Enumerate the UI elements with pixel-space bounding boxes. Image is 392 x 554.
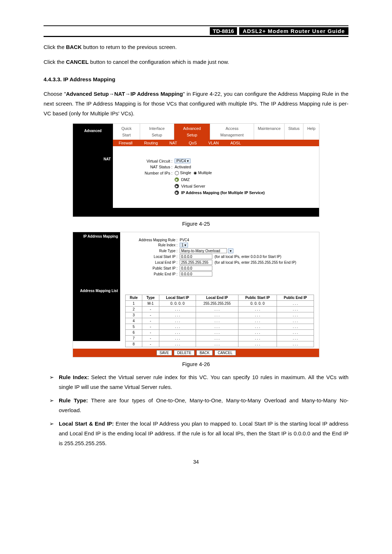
local-start-ip-input[interactable]: 0.0.0.0: [180, 254, 212, 259]
public-start-ip-label: Public Start IP :: [125, 266, 180, 270]
table-cell: -: [142, 336, 159, 341]
vc-select[interactable]: PVC4 ▾: [175, 159, 191, 163]
table-cell: . . .: [159, 318, 196, 324]
table-cell: . . .: [196, 318, 238, 324]
subtab-routing[interactable]: Routing: [138, 140, 164, 146]
table-cell: . . .: [159, 330, 196, 336]
tab-advanced-setup[interactable]: Advanced Setup: [174, 124, 210, 140]
radio-multiple[interactable]: ◉ Multiple: [193, 171, 212, 175]
public-end-ip-input[interactable]: 0.0.0.0: [180, 271, 212, 276]
table-cell: . . .: [238, 312, 277, 318]
table-row: 4-. . .. . .. . .. . .: [126, 318, 314, 324]
subtab-vlan[interactable]: VLAN: [203, 140, 225, 146]
delete-button[interactable]: DELETE: [174, 350, 195, 356]
t: Choose ": [44, 91, 66, 97]
link-ip-address-mapping[interactable]: ▶IP Address Mapping (for Multiple IP Ser…: [175, 190, 312, 195]
tab-help[interactable]: Help: [303, 124, 319, 140]
save-button[interactable]: SAVE: [156, 350, 172, 356]
table-cell: . . .: [277, 341, 314, 347]
num-ips-label: Number of IPs :: [120, 171, 175, 175]
public-start-ip-input[interactable]: 0.0.0.0: [180, 266, 212, 271]
table-row: 2-. . .. . .. . .. . .: [126, 307, 314, 312]
table-cell: -: [142, 324, 159, 330]
t: Click the: [44, 44, 66, 50]
tab-status[interactable]: Status: [284, 124, 303, 140]
table-cell: 5: [126, 324, 142, 330]
local-end-ip-label: Local End IP :: [125, 260, 180, 264]
tab-quick-start[interactable]: Quick Start: [113, 124, 140, 140]
table-cell: 6: [126, 330, 142, 336]
link-virtual-server[interactable]: ▶Virtual Server: [175, 184, 312, 188]
table-cell: . . .: [196, 312, 238, 318]
subtab-adsl[interactable]: ADSL: [225, 140, 247, 146]
tab-access-management[interactable]: Access Management: [210, 124, 254, 140]
table-cell: . . .: [277, 336, 314, 341]
rule-index-select[interactable]: 1 ▾: [180, 243, 188, 247]
arrow-icon: ▶: [175, 184, 179, 188]
tab-maintenance[interactable]: Maintenance: [254, 124, 284, 140]
chevron-down-icon: ▾: [230, 249, 232, 253]
table-cell: 255.255.255.255: [196, 301, 238, 307]
radio-single[interactable]: ◯ Single: [175, 171, 191, 175]
table-cell: . . .: [238, 330, 277, 336]
t: button to cancel the configuration which…: [89, 59, 229, 65]
table-row: 7-. . .. . .. . .. . .: [126, 336, 314, 341]
tab-interface-setup[interactable]: Interface Setup: [140, 124, 174, 140]
cancel-button[interactable]: CANCEL: [215, 350, 236, 356]
nat-status-label: NAT Status :: [120, 165, 175, 169]
table-cell: . . .: [196, 324, 238, 330]
subtab-nat[interactable]: NAT: [164, 140, 183, 146]
side-mapping-list: Address Mapping List: [73, 287, 120, 341]
table-cell: 0. 0. 0. 0: [238, 301, 277, 307]
table-cell: -: [142, 307, 159, 312]
table-cell: . . .: [238, 324, 277, 330]
side-nat-label: NAT: [73, 146, 113, 208]
table-cell: . . .: [238, 318, 277, 324]
button-bar: SAVE DELETE BACK CANCEL: [73, 349, 319, 357]
table-row: 1M-10. 0. 0. 0255.255.255.2550. 0. 0. 0.…: [126, 301, 314, 307]
subtab-firewall[interactable]: Firewall: [113, 140, 138, 146]
table-cell: 8: [126, 341, 142, 347]
table-cell: . . .: [196, 341, 238, 347]
arrow-icon: ▶: [175, 190, 179, 195]
figure-4-25-caption: Figure 4-25: [44, 221, 348, 227]
rule-type-input[interactable]: Many-to-Many Overload: [180, 248, 227, 253]
table-row: 8-. . .. . .. . .. . .: [126, 341, 314, 347]
rule-type-dropdown[interactable]: ▾: [228, 249, 233, 253]
table-cell: . . .: [277, 324, 314, 330]
local-end-ip-input[interactable]: 255.255.255.255: [180, 260, 212, 265]
figure-4-26-caption: Figure 4-26: [44, 361, 348, 367]
table-cell: . . .: [277, 318, 314, 324]
table-cell: 0. 0. 0. 0: [159, 301, 196, 307]
table-cell: . . .: [159, 341, 196, 347]
subtab-qos[interactable]: QoS: [183, 140, 203, 146]
back-word: BACK: [66, 44, 82, 50]
table-cell: . . .: [238, 341, 277, 347]
local-start-ip-label: Local Start IP :: [125, 255, 180, 259]
bullet-local-ip: Local Start & End IP: Enter the local IP…: [59, 419, 348, 448]
table-cell: 4: [126, 318, 142, 324]
nat-status-value: Activated: [175, 165, 191, 169]
table-cell: . . .: [159, 336, 196, 341]
bullet-rule-type: Rule Type: There are four types of One-t…: [59, 395, 348, 415]
col-header: Local End IP: [196, 295, 238, 301]
amr-label: Address Mapping Rule :: [125, 238, 180, 242]
rule-index-label: Rule Index :: [125, 243, 180, 247]
table-cell: M-1: [142, 301, 159, 307]
table-cell: . . .: [159, 312, 196, 318]
para-intro: Choose "Advanced Setup→NAT→IP Address Ma…: [44, 89, 348, 118]
vc-label: Virtual Circuit :: [120, 159, 175, 163]
back-button[interactable]: BACK: [196, 350, 213, 356]
table-cell: . . .: [196, 330, 238, 336]
link-dmz[interactable]: ▶DMZ: [175, 177, 312, 182]
table-cell: -: [142, 341, 159, 347]
section-heading: 4.4.3.3. IP Address Mapping: [44, 76, 348, 82]
table-cell: . . .: [159, 307, 196, 312]
para-cancel: Click the CANCEL button to cancel the co…: [44, 57, 348, 67]
table-cell: . . .: [238, 336, 277, 341]
local-end-hint: (for all local IPs, enter 255.255.255.25…: [215, 260, 296, 264]
public-end-ip-label: Public End IP :: [125, 272, 180, 276]
table-cell: -: [142, 318, 159, 324]
table-cell: 3: [126, 312, 142, 318]
model-badge: TD-8816: [210, 27, 237, 35]
